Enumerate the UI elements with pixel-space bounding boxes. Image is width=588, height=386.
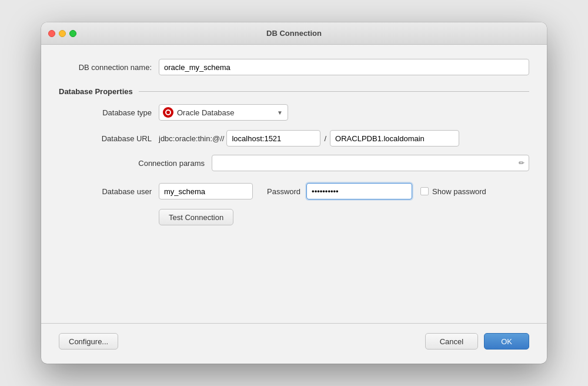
dropdown-arrow-icon: ▼ [277,109,283,116]
maximize-button[interactable] [69,30,76,37]
close-button[interactable] [48,30,55,37]
db-url-host-input[interactable] [226,130,320,147]
password-label: Password [267,187,300,196]
connection-params-input[interactable] [212,155,529,171]
user-password-row: Database user Password Show password [59,183,529,199]
db-url-row: Database URL jdbc:oracle:thin:@// / [59,130,529,147]
footer-buttons: Configure... Cancel OK [59,333,529,350]
db-url-label: Database URL [59,134,159,143]
traffic-lights [48,30,76,37]
show-password-wrapper: Show password [420,187,486,196]
db-type-row: Database type Oracle Database ▼ [59,104,529,121]
window-content: DB connection name: Database Properties … [41,45,547,364]
connection-name-row: DB connection name: [59,59,529,75]
section-divider [139,91,529,92]
configure-button[interactable]: Configure... [59,333,118,350]
db-user-input[interactable] [159,183,253,199]
connection-name-input[interactable] [159,59,529,75]
db-url-dbname-input[interactable] [330,130,459,147]
db-url-prefix: jdbc:oracle:thin:@// [159,134,224,143]
connection-params-row: Connection params ✏ [59,155,529,171]
db-properties-section-header: Database Properties [59,87,529,96]
ok-button[interactable]: OK [484,333,529,350]
db-type-value: Oracle Database [177,108,272,117]
oracle-icon-inner [165,109,171,115]
minimize-button[interactable] [59,30,66,37]
connection-params-input-wrapper: ✏ [212,155,529,171]
password-input[interactable] [306,183,412,199]
show-password-label: Show password [432,187,486,196]
cancel-button[interactable]: Cancel [425,333,478,350]
oracle-icon [163,107,173,118]
edit-icon[interactable]: ✏ [519,159,524,167]
db-url-separator: / [324,134,326,143]
db-properties-label: Database Properties [59,87,133,96]
test-connection-row: Test Connection [59,209,529,225]
title-bar: DB Connection [41,22,547,45]
db-connection-window: DB Connection DB connection name: Databa… [41,22,547,364]
footer-divider [41,323,547,324]
test-connection-button[interactable]: Test Connection [159,209,233,225]
show-password-checkbox[interactable] [420,187,429,195]
window-title: DB Connection [266,29,322,38]
footer-right-buttons: Cancel OK [425,333,529,350]
connection-name-label: DB connection name: [59,63,159,72]
db-user-label: Database user [59,187,159,196]
spacer [59,237,529,323]
db-type-dropdown[interactable]: Oracle Database ▼ [159,104,288,121]
connection-params-label: Connection params [59,159,212,168]
db-type-label: Database type [59,108,159,117]
